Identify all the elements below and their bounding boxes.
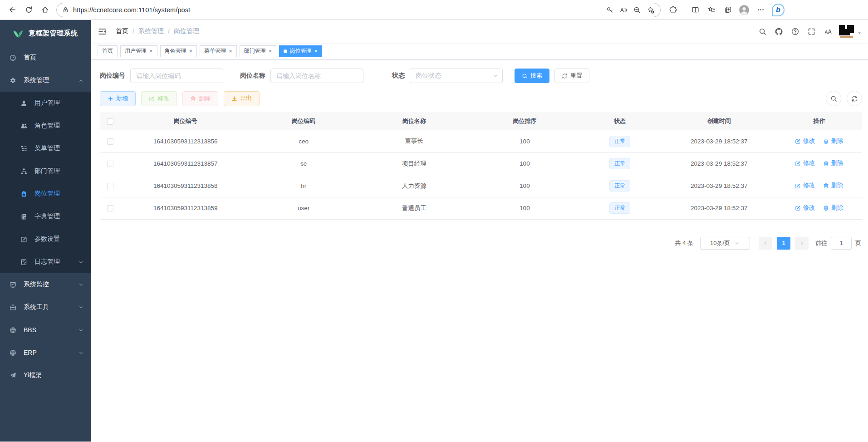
sidebar-toggle-icon[interactable] [96,27,111,36]
sidebar-item-label: BBS [24,326,78,334]
zoom-out-icon[interactable] [630,3,644,17]
tab-close-icon[interactable]: × [149,48,153,54]
caret-down-icon [857,31,862,35]
row-checkbox[interactable] [107,205,113,211]
goto-page-input[interactable] [831,237,852,250]
browser-menu-icon[interactable] [753,3,768,17]
tab-post-mgmt[interactable]: 岗位管理× [279,45,322,57]
back-icon[interactable] [5,3,20,17]
globe-icon [10,349,17,356]
row-checkbox[interactable] [107,138,113,145]
url-text[interactable]: https://ccnetcore.com:1101/system/post [73,6,603,14]
tab-menu-mgmt[interactable]: 菜单管理× [200,45,237,57]
sidebar-item-home[interactable]: 首页 [0,46,91,69]
next-page-button[interactable] [795,237,809,250]
fullscreen-icon[interactable] [808,28,815,35]
delete-button[interactable]: 删除 [182,91,218,106]
copilot-icon[interactable]: b [772,4,785,16]
search-button[interactable]: 搜索 [515,69,549,83]
read-aloud-icon[interactable] [617,3,630,17]
split-screen-icon[interactable] [687,3,703,17]
tab-close-icon[interactable]: × [269,48,272,54]
row-checkbox[interactable] [107,183,113,189]
breadcrumb-item[interactable]: 首页 [116,27,128,35]
tab-close-icon[interactable]: × [189,48,193,54]
refresh-icon[interactable] [21,3,36,17]
add-button[interactable]: 新增 [100,91,136,106]
sidebar-item-dict-mgmt[interactable]: 字典管理 [0,205,91,228]
breadcrumb-separator: / [132,28,134,35]
sidebar-item-post-mgmt[interactable]: 岗位管理 [0,182,91,205]
address-bar[interactable]: https://ccnetcore.com:1101/system/post [56,3,661,17]
edit-button[interactable]: 修改 [141,91,177,106]
browser-profile-avatar[interactable] [736,3,752,17]
sidebar-item-label: 字典管理 [34,212,83,221]
send-icon [10,372,17,379]
show-search-button[interactable] [826,91,841,106]
sidebar-item-monitor[interactable]: 系统监控 [0,273,91,296]
sidebar-item-menu-mgmt[interactable]: 菜单管理 [0,137,91,160]
sidebar-item-dept-mgmt[interactable]: 部门管理 [0,160,91,182]
sidebar-item-bbs[interactable]: BBS [0,319,91,341]
table-toolbar: 新增修改删除导出 [100,91,862,106]
header-search-icon[interactable] [759,28,766,35]
goto-label: 前往 [815,239,827,247]
tree-table-icon [20,145,28,152]
sidebar-item-param-config[interactable]: 参数设置 [0,228,91,250]
github-icon[interactable] [775,28,783,35]
tab-close-icon[interactable]: × [229,48,232,54]
trash-icon [823,161,829,167]
sidebar-item-role-mgmt[interactable]: 角色管理 [0,114,91,137]
page-1-button[interactable]: 1 [777,237,790,250]
select-placeholder: 岗位状态 [416,72,493,80]
lock-icon [62,6,69,13]
row-edit-button[interactable]: 修改 [795,137,815,145]
post-name-input[interactable] [270,69,363,83]
sidebar-item-yi-framework[interactable]: Yi框架 [0,364,91,387]
export-button[interactable]: 导出 [224,91,260,106]
page-size-select[interactable]: 10条/页 [700,237,750,250]
status-select[interactable]: 岗位状态 [410,69,503,83]
row-edit-button[interactable]: 修改 [795,182,815,190]
add-favorite-icon[interactable] [644,3,657,17]
tab-close-icon[interactable]: × [314,48,318,54]
app-logo[interactable]: 意框架管理系统 [0,20,91,46]
tab-role-mgmt[interactable]: 角色管理× [160,45,197,57]
tab-home[interactable]: 首页 [98,45,118,57]
user-avatar[interactable] [839,25,862,38]
sidebar-item-log-mgmt[interactable]: 日志管理 [0,250,91,273]
sidebar-item-tools[interactable]: 系统工具 [0,296,91,319]
search-buttons: 搜索重置 [515,69,589,83]
password-key-icon[interactable] [603,3,617,17]
row-delete-button[interactable]: 删除 [823,182,843,190]
tab-dept-mgmt[interactable]: 部门管理× [240,45,277,57]
extensions-icon[interactable] [665,3,681,17]
post-code-input[interactable] [130,69,223,83]
row-edit-button[interactable]: 修改 [795,204,815,212]
row-edit-button[interactable]: 修改 [795,159,815,167]
tab-user-mgmt[interactable]: 用户管理× [120,45,157,57]
page-content: 岗位编号岗位名称状态岗位状态搜索重置 新增修改删除导出 岗位编号岗位编码岗位名称… [91,60,868,442]
select-all-checkbox[interactable] [107,118,113,125]
button-label: 导出 [240,94,252,103]
refresh-table-button[interactable] [847,91,862,106]
chevron-down-icon [78,305,83,310]
reset-button[interactable]: 重置 [554,69,589,83]
row-delete-button[interactable]: 删除 [823,137,843,145]
prev-page-button[interactable] [759,237,772,250]
cell-code: user [250,197,357,219]
row-delete-button[interactable]: 删除 [823,204,843,212]
cell-code: se [250,152,357,175]
sidebar-item-system[interactable]: 系统管理 [0,69,91,92]
favorites-bar-icon[interactable] [704,3,719,17]
help-icon[interactable] [791,28,799,35]
collections-icon[interactable] [720,3,736,17]
sidebar-item-erp[interactable]: ERP [0,341,91,364]
cell-status: 正常 [578,197,662,219]
row-delete-button[interactable]: 删除 [823,159,843,167]
font-size-icon[interactable] [824,28,832,35]
home-icon[interactable] [37,3,53,17]
sidebar-item-user-mgmt[interactable]: 用户管理 [0,92,91,114]
sidebar: 意框架管理系统 首页系统管理用户管理角色管理菜单管理部门管理岗位管理字典管理参数… [0,20,91,442]
row-checkbox[interactable] [107,161,113,167]
